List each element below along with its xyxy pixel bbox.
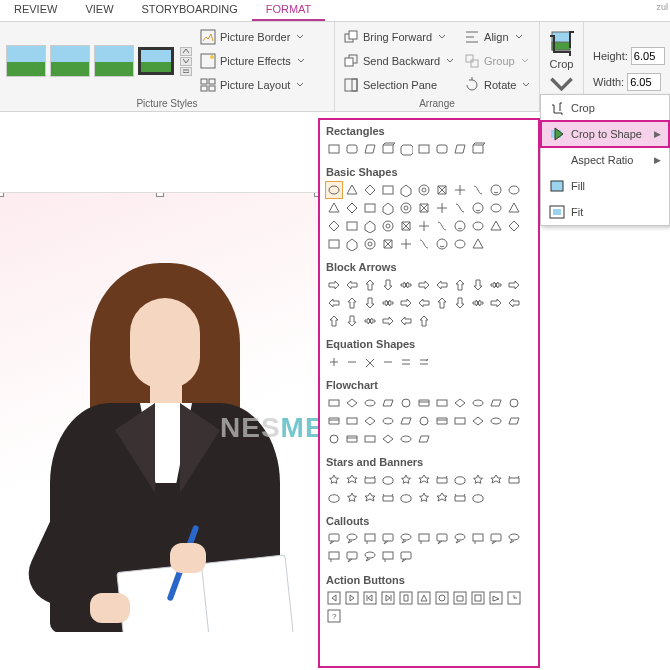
shape-option[interactable] (344, 531, 360, 547)
shape-option[interactable] (380, 354, 396, 370)
shape-option[interactable] (380, 395, 396, 411)
resize-handle[interactable] (0, 192, 4, 197)
shape-option[interactable] (362, 236, 378, 252)
shape-option[interactable] (488, 218, 504, 234)
shape-option[interactable] (380, 472, 396, 488)
shape-option[interactable] (488, 413, 504, 429)
shape-option[interactable] (380, 549, 396, 565)
shape-option[interactable] (344, 490, 360, 506)
shape-option[interactable] (326, 295, 342, 311)
shape-option[interactable] (398, 182, 414, 198)
shape-option[interactable] (506, 590, 522, 606)
shape-option[interactable] (380, 590, 396, 606)
shape-option[interactable] (398, 549, 414, 565)
shape-option[interactable] (506, 182, 522, 198)
shape-option[interactable] (452, 590, 468, 606)
shape-option[interactable] (344, 313, 360, 329)
shape-option[interactable] (344, 590, 360, 606)
shape-option[interactable] (380, 218, 396, 234)
shape-option[interactable] (470, 413, 486, 429)
shape-option[interactable] (380, 295, 396, 311)
shape-option[interactable] (416, 472, 432, 488)
shape-option[interactable] (362, 200, 378, 216)
shape-option[interactable] (326, 313, 342, 329)
shape-option[interactable] (326, 490, 342, 506)
shape-option[interactable] (416, 141, 432, 157)
height-input[interactable] (631, 47, 665, 65)
shape-option[interactable] (452, 277, 468, 293)
shape-option[interactable] (434, 472, 450, 488)
shape-option[interactable] (398, 141, 414, 157)
shape-option[interactable] (470, 218, 486, 234)
menu-crop[interactable]: Crop (541, 95, 669, 121)
shape-option[interactable] (344, 431, 360, 447)
crop-button[interactable]: Crop (542, 26, 581, 101)
shape-option[interactable] (416, 182, 432, 198)
send-backward-button[interactable]: Send Backward (341, 50, 456, 72)
shape-option[interactable] (416, 531, 432, 547)
shape-option[interactable] (362, 218, 378, 234)
shape-option[interactable] (434, 218, 450, 234)
shape-option[interactable] (506, 413, 522, 429)
shape-option[interactable] (362, 354, 378, 370)
shape-option[interactable] (434, 413, 450, 429)
shape-option[interactable] (344, 141, 360, 157)
shape-option[interactable] (326, 236, 342, 252)
tab-format[interactable]: FORMAT (252, 0, 326, 21)
shape-option[interactable] (398, 277, 414, 293)
shape-option[interactable] (326, 141, 342, 157)
shape-option[interactable] (398, 354, 414, 370)
shape-option[interactable] (470, 236, 486, 252)
shape-option[interactable] (398, 236, 414, 252)
shape-option[interactable] (416, 395, 432, 411)
shape-option[interactable] (326, 472, 342, 488)
shape-option[interactable] (398, 313, 414, 329)
shape-option[interactable] (326, 590, 342, 606)
shape-option[interactable] (416, 236, 432, 252)
shape-option[interactable] (470, 200, 486, 216)
shape-option[interactable] (416, 277, 432, 293)
gallery-more-icon[interactable] (180, 67, 192, 76)
shape-option[interactable] (506, 200, 522, 216)
shape-option[interactable] (416, 431, 432, 447)
shape-option[interactable] (488, 200, 504, 216)
shape-option[interactable] (380, 431, 396, 447)
shape-option[interactable] (326, 354, 342, 370)
picture-border-button[interactable]: Picture Border (198, 26, 307, 48)
shape-option[interactable] (344, 354, 360, 370)
shape-option[interactable] (416, 295, 432, 311)
shape-option[interactable] (344, 395, 360, 411)
shape-option[interactable] (488, 590, 504, 606)
shape-option[interactable] (434, 141, 450, 157)
shape-option[interactable] (344, 277, 360, 293)
shape-option[interactable] (380, 313, 396, 329)
shape-option[interactable] (416, 354, 432, 370)
shape-option[interactable] (362, 472, 378, 488)
shape-option[interactable] (344, 472, 360, 488)
shape-option[interactable] (326, 395, 342, 411)
shape-option[interactable] (380, 277, 396, 293)
shape-option[interactable] (398, 218, 414, 234)
shape-option[interactable] (434, 277, 450, 293)
menu-crop-to-shape[interactable]: Crop to Shape ▶ (541, 121, 669, 147)
shape-option[interactable] (326, 182, 342, 198)
shape-option[interactable] (344, 549, 360, 565)
shape-option[interactable] (362, 531, 378, 547)
shape-option[interactable] (470, 182, 486, 198)
shape-option[interactable] (398, 295, 414, 311)
shape-option[interactable] (452, 395, 468, 411)
shape-option[interactable] (506, 295, 522, 311)
shape-option[interactable] (362, 182, 378, 198)
gallery-down-icon[interactable] (180, 57, 192, 66)
shape-option[interactable] (380, 531, 396, 547)
tab-view[interactable]: VIEW (71, 0, 127, 21)
shape-option[interactable] (434, 490, 450, 506)
shape-option[interactable] (470, 590, 486, 606)
shape-option[interactable] (398, 472, 414, 488)
menu-fill[interactable]: Fill (541, 173, 669, 199)
shape-option[interactable] (362, 395, 378, 411)
shape-option[interactable] (434, 531, 450, 547)
shape-option[interactable] (452, 236, 468, 252)
gallery-up-icon[interactable] (180, 47, 192, 56)
shape-option[interactable] (416, 590, 432, 606)
